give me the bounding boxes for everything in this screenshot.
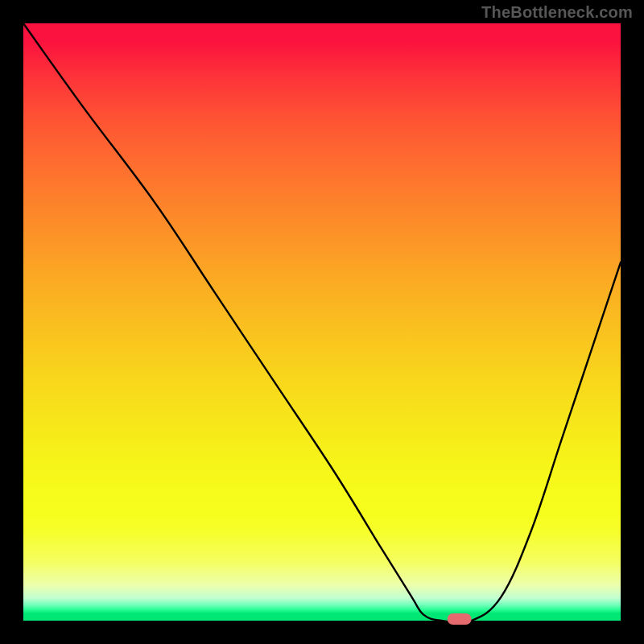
chart-stage: TheBottleneck.com — [0, 0, 644, 644]
bottleneck-curve — [23, 23, 621, 623]
watermark-text: TheBottleneck.com — [481, 3, 633, 22]
optimum-marker — [448, 613, 472, 625]
curve-svg — [23, 23, 621, 621]
plot-area — [23, 23, 621, 621]
